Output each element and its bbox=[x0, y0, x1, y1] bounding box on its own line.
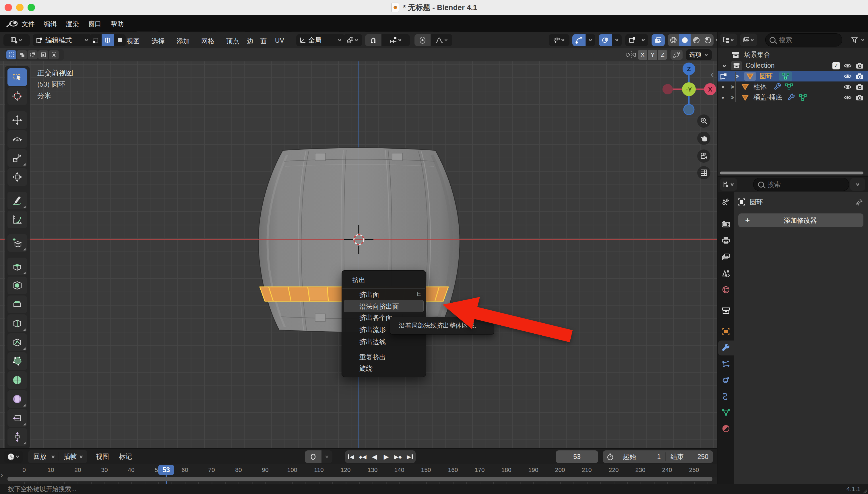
outliner-scrollbar[interactable] bbox=[720, 172, 863, 174]
menu-item-extrude-edges[interactable]: 挤出边线 bbox=[359, 337, 386, 346]
select-set-mode-button[interactable] bbox=[6, 50, 16, 59]
face-select-button[interactable] bbox=[114, 34, 126, 46]
timeline-expand-arrow[interactable]: › bbox=[1, 471, 3, 479]
ortho-toggle-button[interactable] bbox=[697, 166, 710, 179]
tool-select-box[interactable] bbox=[7, 68, 27, 86]
tab-object[interactable] bbox=[719, 324, 733, 339]
select-subtract-mode-button[interactable] bbox=[27, 50, 38, 59]
tool-rotate[interactable] bbox=[7, 130, 27, 148]
disable-render-camera-icon[interactable] bbox=[855, 73, 864, 80]
menu-add[interactable]: 添加 bbox=[177, 37, 190, 45]
use-preview-range-toggle[interactable] bbox=[603, 450, 618, 463]
mesh-edit-mode-overlays-button[interactable] bbox=[625, 34, 639, 46]
playhead[interactable]: 53 bbox=[158, 465, 174, 475]
prev-keyframe-button[interactable]: ◆◀ bbox=[357, 450, 369, 463]
snap-base-button[interactable] bbox=[670, 50, 683, 60]
menu-edit[interactable]: 编辑 bbox=[44, 19, 57, 28]
menu-render[interactable]: 渲染 bbox=[66, 19, 79, 28]
disable-render-camera-icon[interactable] bbox=[855, 94, 864, 101]
menu-item-extrude-faces[interactable]: 挤出面 bbox=[359, 290, 379, 299]
gizmo-settings-dropdown[interactable]: ∨ bbox=[586, 34, 595, 46]
edit-overlay-dropdown[interactable]: ∨ bbox=[639, 34, 648, 46]
disable-render-camera-icon[interactable] bbox=[855, 83, 864, 91]
proportional-falloff-dropdown[interactable]: ∨ bbox=[431, 34, 453, 46]
show-gizmo-toggle[interactable] bbox=[572, 34, 586, 46]
sidebar-collapse-arrow[interactable]: ‹ bbox=[711, 70, 714, 79]
menu-item-extrude-repeat[interactable]: 重复挤出 bbox=[359, 353, 386, 362]
menu-help[interactable]: 帮助 bbox=[111, 19, 124, 28]
properties-editor-type-button[interactable]: ∨ bbox=[720, 178, 737, 191]
tool-cursor[interactable] bbox=[7, 87, 27, 105]
auto-keying-toggle[interactable] bbox=[305, 450, 321, 463]
menu-marker[interactable]: 标记 bbox=[119, 452, 132, 461]
solid-shading-button[interactable] bbox=[679, 34, 690, 46]
outliner-row-scene-collection[interactable]: 场景集合 bbox=[718, 49, 868, 60]
expand-icon[interactable]: ∨ bbox=[735, 74, 739, 79]
menu-window[interactable]: 窗口 bbox=[88, 19, 101, 28]
hide-eye-icon[interactable] bbox=[843, 83, 852, 90]
wireframe-shading-button[interactable] bbox=[668, 34, 679, 46]
play-reverse-button[interactable]: ◀ bbox=[369, 450, 380, 463]
outliner-filter-button[interactable]: ∨ bbox=[851, 36, 865, 44]
outliner-row-collection[interactable]: ∨ Collection ✓ bbox=[718, 60, 868, 71]
mode-dropdown[interactable]: 编辑模式 ∨ bbox=[33, 34, 92, 46]
properties-options-button[interactable]: ∨ bbox=[850, 178, 865, 191]
tab-object-data[interactable] bbox=[719, 405, 733, 420]
tool-extrude-region[interactable] bbox=[7, 258, 27, 276]
outliner-row-barrel-lid[interactable]: • ∨ 桶盖-桶底 bbox=[718, 92, 868, 103]
xray-toggle[interactable] bbox=[651, 34, 665, 46]
edge-select-button[interactable] bbox=[101, 34, 114, 46]
tool-edge-slide[interactable] bbox=[7, 409, 27, 427]
tab-physics[interactable] bbox=[719, 373, 733, 387]
play-button[interactable]: ▶ bbox=[380, 450, 392, 463]
gizmo-neg-x-ball[interactable] bbox=[663, 84, 673, 94]
menu-view[interactable]: 视图 bbox=[127, 37, 140, 45]
menu-keying[interactable]: 插帧 bbox=[62, 452, 79, 461]
properties-search-field[interactable]: 搜索 bbox=[753, 178, 849, 191]
menu-face[interactable]: 面 bbox=[260, 37, 267, 45]
current-frame-field[interactable]: 53 bbox=[556, 450, 598, 463]
tool-spin[interactable] bbox=[7, 371, 27, 389]
tool-inset-faces[interactable] bbox=[7, 277, 27, 294]
close-window-button[interactable] bbox=[5, 4, 12, 11]
tool-scale[interactable] bbox=[7, 149, 27, 167]
navigation-gizmo[interactable]: X Z -Y bbox=[662, 62, 717, 117]
tab-render[interactable] bbox=[719, 217, 733, 232]
tab-output[interactable] bbox=[719, 233, 733, 248]
tab-view-layer[interactable] bbox=[719, 250, 733, 265]
tool-loop-cut[interactable] bbox=[7, 315, 27, 332]
resize-grip[interactable] bbox=[862, 488, 867, 494]
tool-smooth[interactable] bbox=[7, 390, 27, 408]
menu-vertex[interactable]: 顶点 bbox=[226, 37, 239, 45]
menu-item-extrude-along-normals[interactable]: 沿法向挤出面 bbox=[359, 302, 399, 311]
overlays-settings-dropdown[interactable]: ∨ bbox=[612, 34, 622, 46]
tool-shrink-fatten[interactable] bbox=[7, 428, 27, 446]
menu-item-spin[interactable]: 旋绕 bbox=[359, 364, 373, 373]
snap-toggle-button[interactable] bbox=[365, 34, 381, 46]
hide-eye-icon[interactable] bbox=[843, 73, 852, 80]
camera-view-button[interactable] bbox=[697, 150, 710, 163]
tab-collection[interactable] bbox=[719, 303, 733, 318]
transform-orientation-dropdown[interactable]: 全局 ∨ bbox=[296, 34, 345, 46]
tab-tool[interactable] bbox=[719, 195, 733, 210]
menu-view[interactable]: 视图 bbox=[96, 452, 109, 461]
menu-mesh[interactable]: 网格 bbox=[201, 37, 215, 45]
zoom-window-button[interactable] bbox=[27, 4, 35, 11]
pan-button[interactable] bbox=[697, 132, 710, 145]
gizmo-neg-z-ball[interactable] bbox=[684, 104, 694, 115]
mirror-y-button[interactable]: Y bbox=[648, 50, 657, 60]
collapse-icon[interactable]: ∨ bbox=[722, 64, 727, 68]
tool-annotate[interactable] bbox=[7, 192, 27, 209]
tab-constraints[interactable] bbox=[719, 389, 733, 404]
end-frame-field[interactable]: 结束 250 bbox=[666, 452, 713, 461]
outliner-row-torus-selected[interactable]: ∨ 圆环 bbox=[718, 71, 868, 81]
timeline-editor-type-button[interactable]: ∨ bbox=[4, 451, 23, 463]
proportional-editing-toggle[interactable] bbox=[414, 34, 430, 46]
snap-settings-dropdown[interactable]: ∨ bbox=[382, 34, 410, 46]
hide-eye-icon[interactable] bbox=[843, 62, 852, 69]
minimize-window-button[interactable] bbox=[16, 4, 23, 11]
outliner-search-field[interactable]: 搜索 bbox=[765, 33, 842, 46]
select-invert-mode-button[interactable] bbox=[38, 50, 48, 59]
show-overlays-toggle[interactable] bbox=[599, 34, 612, 46]
menu-select[interactable]: 选择 bbox=[151, 37, 165, 45]
